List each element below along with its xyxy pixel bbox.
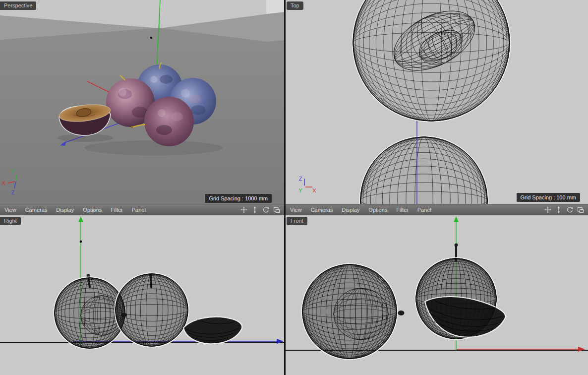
viewport-top[interactable]: Z Y X Top Grid Spacing : 100 mm [286, 0, 588, 204]
rotate-icon[interactable] [566, 206, 573, 213]
maximize-icon[interactable] [577, 206, 584, 213]
menu-item-filter[interactable]: Filter [106, 207, 127, 213]
c4d-quad-view-window: Y X Z Perspective Grid Spacing : 1000 mm… [0, 0, 588, 375]
menu-item-options[interactable]: Options [364, 207, 392, 213]
rotate-icon[interactable] [262, 206, 269, 213]
room-corner-light [266, 0, 284, 14]
menu-item-filter[interactable]: Filter [392, 207, 412, 213]
viewport-front[interactable]: Front [286, 215, 588, 375]
front-scene [286, 215, 588, 375]
viewport-label-perspective: Perspective [0, 1, 36, 10]
menubar-right-viewport: View Cameras Display Options Filter Pane… [0, 204, 284, 215]
viewport-label-front: Front [287, 217, 307, 225]
viewport-right[interactable]: Right [0, 215, 284, 375]
menu-item-cameras[interactable]: Cameras [21, 207, 52, 213]
viewport-label-right: Right [0, 217, 21, 225]
grid-spacing-badge: Grid Spacing : 100 mm [517, 193, 581, 202]
menu-item-view[interactable]: View [0, 207, 21, 213]
menu-item-panel[interactable]: Panel [127, 207, 150, 213]
axis-label-x: X [312, 188, 316, 193]
pan-icon[interactable] [544, 206, 551, 213]
menu-item-cameras[interactable]: Cameras [306, 207, 338, 213]
axis-label-y: Y [298, 188, 302, 193]
grid-spacing-badge: Grid Spacing : 1000 mm [205, 194, 272, 203]
viewport-label-top: Top [287, 1, 303, 10]
menu-item-options[interactable]: Options [78, 207, 106, 213]
menu-item-display[interactable]: Display [52, 207, 78, 213]
viewport-toolbar [240, 206, 284, 213]
dolly-icon[interactable] [251, 206, 258, 213]
axis-label-z: Z [299, 176, 302, 182]
menu-item-display[interactable]: Display [337, 207, 364, 213]
top-scene: Z Y X [286, 0, 588, 204]
axis-label-y: Y [11, 168, 15, 174]
axis-label-z: Z [11, 189, 15, 195]
wireframe-plum-b[interactable] [115, 273, 188, 347]
maximize-icon[interactable] [273, 206, 280, 213]
menu-item-view[interactable]: View [286, 207, 306, 213]
wireframe-plum-left[interactable] [302, 264, 397, 359]
dolly-icon[interactable] [555, 206, 562, 213]
viewport-perspective[interactable]: Y X Z Perspective Grid Spacing : 1000 mm [0, 0, 284, 204]
right-scene [0, 215, 284, 375]
object-axis-dot [80, 241, 82, 243]
object-axis-dot [150, 37, 152, 39]
perspective-scene: Y X Z [0, 0, 284, 204]
plum-tip [398, 311, 405, 315]
pan-icon[interactable] [240, 206, 247, 213]
viewport-toolbar [544, 206, 588, 213]
menubar-front-viewport: View Cameras Display Options Filter Pane… [286, 204, 588, 215]
axis-label-x: X [1, 180, 5, 186]
menu-item-panel[interactable]: Panel [413, 207, 436, 213]
